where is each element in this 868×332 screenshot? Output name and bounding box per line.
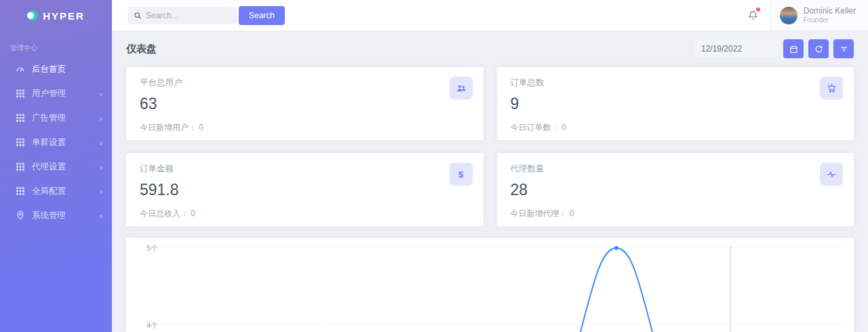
user-profile[interactable]: Dominic Keller Founder xyxy=(770,0,868,30)
notifications-button[interactable] xyxy=(737,0,770,30)
sidebar-item-system-mgmt[interactable]: 系统管理 › xyxy=(0,203,112,228)
pin-icon xyxy=(15,211,25,221)
stat-card-total-users: 平台总用户 63 今日新增用户： 0 xyxy=(126,67,484,140)
sidebar-item-label: 代理设置 xyxy=(32,161,66,173)
sidebar-item-user-mgmt[interactable]: 用户管理 › xyxy=(0,81,112,106)
search-input[interactable] xyxy=(146,11,231,20)
sidebar-item-dashboard[interactable]: 后台首页 xyxy=(0,57,112,81)
stat-card-order-amount: 订单金额 591.8 今日总收入： 0 $ xyxy=(126,153,484,226)
sidebar-item-label: 广告管理 xyxy=(32,112,66,124)
sidebar-item-agent-settings[interactable]: 代理设置 › xyxy=(0,154,112,179)
card-value: 9 xyxy=(511,95,841,113)
search-box xyxy=(127,7,237,24)
sidebar-item-label: 用户管理 xyxy=(32,88,66,100)
filter-button[interactable] xyxy=(833,39,854,58)
grid-icon xyxy=(15,89,25,99)
logo-icon xyxy=(27,10,38,21)
user-name: Dominic Keller xyxy=(804,6,856,16)
card-foot-value: 0 xyxy=(191,209,195,218)
card-footer: 今日总收入： 0 xyxy=(140,208,470,220)
user-role: Founder xyxy=(804,16,856,25)
card-foot-value: 0 xyxy=(570,209,574,218)
sidebar: HYPER 管理中心 后台首页 用户管理 › 广告管理 › 单群设置 › 代理设… xyxy=(0,0,112,332)
topbar: Search Dominic Keller Founder xyxy=(112,0,868,30)
card-footer: 今日订单数： 0 xyxy=(511,122,841,133)
main-content: 仪表盘 平台总用户 63 今日新增用户： 0 订单总数 9 今日 xyxy=(112,30,868,332)
chevron-right-icon: › xyxy=(100,163,102,171)
page-title: 仪表盘 xyxy=(126,43,157,56)
sidebar-item-ad-mgmt[interactable]: 广告管理 › xyxy=(0,106,112,130)
sidebar-item-global-config[interactable]: 全局配置 › xyxy=(0,179,112,203)
card-footer: 今日新增用户： 0 xyxy=(140,122,470,133)
card-value: 63 xyxy=(140,95,470,113)
stat-card-agent-count: 代理数量 28 今日新增代理： 0 xyxy=(497,153,854,226)
card-foot-value: 0 xyxy=(561,123,566,132)
card-value: 28 xyxy=(511,181,841,199)
card-foot-value: 0 xyxy=(199,123,203,132)
gauge-icon xyxy=(15,64,25,75)
dollar-icon: $ xyxy=(450,163,473,186)
chevron-right-icon: › xyxy=(100,211,102,220)
notification-dot xyxy=(756,7,760,12)
chevron-right-icon: › xyxy=(100,138,102,147)
series-line xyxy=(580,248,652,332)
card-title: 订单金额 xyxy=(140,163,470,175)
calendar-icon xyxy=(789,45,798,54)
card-footer: 今日新增代理： 0 xyxy=(511,208,841,220)
hyper-logo[interactable]: HYPER xyxy=(0,0,112,31)
peak-marker xyxy=(614,246,618,250)
cart-icon xyxy=(820,77,843,100)
calendar-button[interactable] xyxy=(783,39,804,58)
grid-icon xyxy=(15,138,25,148)
card-title: 代理数量 xyxy=(511,163,841,175)
refresh-button[interactable] xyxy=(808,39,829,58)
stat-card-total-orders: 订单总数 9 今日订单数： 0 xyxy=(497,67,854,140)
users-icon xyxy=(450,77,473,100)
avatar xyxy=(780,7,797,24)
chevron-right-icon: › xyxy=(100,89,102,98)
sidebar-item-label: 系统管理 xyxy=(32,210,66,222)
card-title: 订单总数 xyxy=(511,77,841,89)
refresh-icon xyxy=(814,45,823,54)
search-button[interactable]: Search xyxy=(239,6,285,25)
chevron-right-icon: › xyxy=(100,114,102,123)
sidebar-section-label: 管理中心 xyxy=(0,31,112,57)
grid-icon xyxy=(15,186,25,196)
activity-icon xyxy=(820,163,843,186)
card-title: 平台总用户 xyxy=(140,77,470,89)
date-input[interactable] xyxy=(694,40,778,58)
filter-icon xyxy=(840,45,848,54)
grid-icon xyxy=(15,113,25,123)
sidebar-item-label: 单群设置 xyxy=(32,137,66,148)
card-value: 591.8 xyxy=(140,181,470,199)
search-icon xyxy=(134,12,142,20)
sidebar-item-group-settings[interactable]: 单群设置 › xyxy=(0,130,112,154)
chart-canvas xyxy=(126,238,854,332)
sidebar-item-label: 后台首页 xyxy=(32,64,66,75)
logo-text: HYPER xyxy=(43,10,85,22)
orders-chart[interactable]: 5个 4个 xyxy=(126,238,854,332)
sidebar-item-label: 全局配置 xyxy=(32,186,66,197)
grid-icon xyxy=(15,162,25,172)
chevron-right-icon: › xyxy=(100,187,102,196)
